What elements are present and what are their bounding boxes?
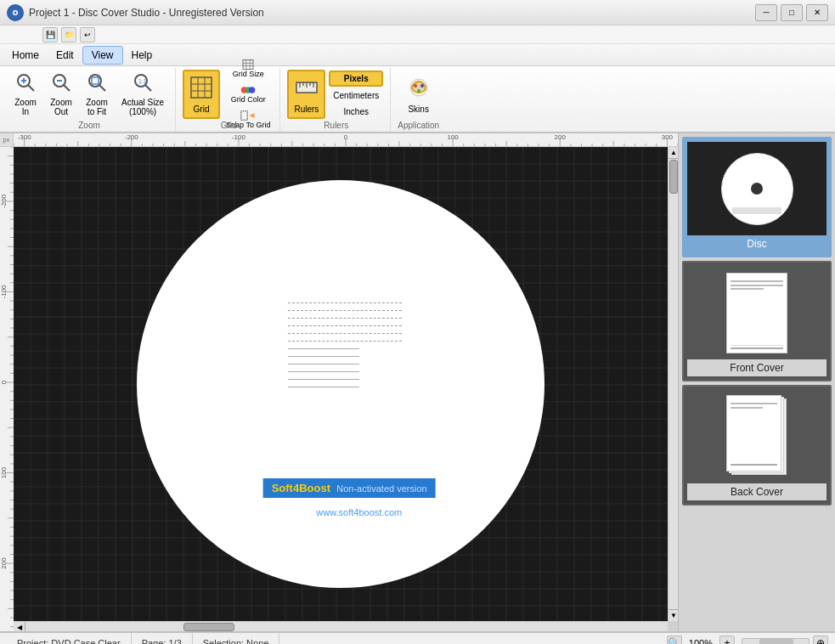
zoom-fit-icon	[87, 72, 107, 96]
ruler-vertical	[0, 133, 14, 631]
svg-line-11	[99, 85, 105, 91]
skins-label: Skins	[408, 105, 428, 114]
watermark-url: www.soft4boost.com	[313, 506, 405, 518]
centimeters-button[interactable]: Centimeters	[329, 88, 383, 103]
zoom-level: 100%	[685, 638, 716, 644]
grid-label: Grid	[194, 105, 210, 114]
panel-front-cover-item[interactable]: Front Cover	[682, 261, 832, 381]
ribbon-group-zoom: ZoomIn ZoomOut	[3, 68, 176, 132]
zoom-out-button[interactable]: ZoomOut	[44, 70, 78, 119]
grid-size-button[interactable]: Grid Size	[222, 57, 274, 81]
watermark-text: Non-activated version	[336, 483, 426, 494]
scrollbar-horizontal[interactable]: ◀	[14, 621, 668, 631]
inches-button[interactable]: Inches	[329, 105, 383, 119]
zoom-fit-label: Zoomto Fit	[86, 98, 108, 116]
panel-disc-item[interactable]: Disc	[682, 137, 832, 257]
maximize-button[interactable]: □	[781, 4, 803, 21]
menu-home[interactable]: Home	[3, 47, 48, 64]
zoom-slider-thumb[interactable]	[759, 639, 793, 644]
disc-label: Disc	[687, 235, 827, 252]
window-title: Project 1 - Disc Cover Studio - Unregist…	[29, 7, 264, 19]
scrollbar-v-down[interactable]: ▼	[669, 609, 678, 621]
main-area: px	[0, 133, 835, 631]
zoom-out-status-button[interactable]: 🔍	[667, 636, 682, 644]
zoom-in-button[interactable]: ZoomIn	[8, 70, 42, 119]
actual-size-label: Actual Size(100%)	[121, 98, 164, 116]
disc-thumbnail	[687, 142, 827, 235]
quick-access-toolbar: 💾 📁 ↩	[0, 25, 835, 44]
grid-button[interactable]: Grid	[183, 70, 220, 119]
back-cover-thumbnail	[687, 390, 827, 483]
ribbon-group-skins: Skins Application	[392, 68, 444, 132]
svg-rect-16	[191, 77, 212, 98]
scrollbar-v-thumb[interactable]	[669, 160, 678, 194]
scrollbar-h-thumb[interactable]	[183, 623, 234, 631]
zoom-to-fit-button[interactable]: Zoomto Fit	[80, 70, 114, 119]
zoom-slider[interactable]	[742, 638, 810, 644]
skins-group-label: Application	[398, 121, 439, 132]
front-cover-thumbnail	[687, 266, 827, 359]
zoom-group-label: Zoom	[78, 121, 100, 132]
ribbon-group-grid: Grid Grid Size	[178, 68, 280, 132]
close-button[interactable]: ✕	[806, 4, 828, 21]
svg-rect-12	[92, 77, 99, 84]
brand-4: 4	[293, 482, 299, 494]
save-button[interactable]: 💾	[42, 27, 58, 42]
canvas-area[interactable]: px	[0, 133, 678, 631]
scrollbar-h-left[interactable]: ◀	[14, 622, 25, 631]
watermark: Soft4Boost Non-activated version	[263, 478, 436, 498]
svg-rect-21	[243, 60, 253, 70]
front-cover-thumb	[726, 273, 787, 353]
svg-point-37	[414, 84, 417, 88]
disc-thumb-circle	[721, 153, 793, 225]
scrollbar-v-up[interactable]: ▲	[669, 147, 678, 159]
statusbar: Project: DVD Case Clear Page: 1/3 Select…	[0, 631, 835, 644]
pixels-label: Pixels	[344, 74, 369, 83]
menu-help[interactable]: Help	[123, 47, 161, 64]
panel-back-cover-item[interactable]: Back Cover	[682, 385, 832, 506]
disc-circle: Soft4Boost Non-activated version www.sof…	[137, 180, 544, 588]
ruler-v-canvas	[0, 133, 14, 631]
scrollbar-corner	[668, 621, 678, 631]
grid-size-label: Grid Size	[233, 70, 264, 78]
pixels-button[interactable]: Pixels	[329, 71, 383, 87]
scrollbar-vertical[interactable]: ▲ ▼	[668, 147, 678, 621]
menu-edit[interactable]: Edit	[48, 47, 82, 64]
status-selection: Selection: None	[193, 633, 280, 644]
zoom-in-icon	[15, 72, 36, 96]
brand-soft: Soft	[272, 482, 293, 494]
svg-rect-29	[241, 111, 248, 121]
back-cover-page1	[726, 395, 781, 472]
disc-content	[288, 302, 431, 486]
svg-point-38	[420, 84, 424, 88]
zoom-in-status-button[interactable]: +	[719, 636, 735, 644]
grid-color-button[interactable]: Grid Color	[222, 82, 274, 106]
skins-button[interactable]: Skins	[401, 70, 437, 119]
svg-point-39	[417, 89, 420, 93]
disc-thumb-hole	[751, 183, 763, 195]
minimize-button[interactable]: ─	[755, 4, 777, 21]
zoom-reset-button[interactable]: ⊕	[813, 636, 828, 644]
rulers-group-label: Rulers	[324, 121, 348, 132]
rulers-label: Rulers	[294, 105, 319, 114]
undo-button[interactable]: ↩	[80, 27, 95, 42]
svg-line-4	[28, 85, 34, 91]
zoom-control: 🔍 100% + ⊕	[667, 636, 828, 644]
grid-color-label: Grid Color	[231, 95, 266, 104]
grid-group-label: Grid	[221, 121, 237, 132]
back-cover-label: Back Cover	[687, 483, 827, 500]
status-page: Page: 1/3	[132, 633, 193, 644]
svg-line-14	[145, 85, 151, 91]
actual-size-button[interactable]: 1:1 Actual Size(100%)	[116, 70, 170, 119]
window-controls: ─ □ ✕	[755, 4, 828, 21]
ruler-corner: px	[0, 133, 14, 147]
svg-point-10	[89, 75, 101, 87]
svg-point-28	[249, 87, 256, 93]
rulers-button[interactable]: Rulers	[287, 70, 325, 119]
menu-view[interactable]: View	[82, 46, 123, 65]
canvas-content[interactable]: Soft4Boost Non-activated version www.sof…	[14, 147, 668, 621]
grid-icon	[189, 76, 213, 103]
open-button[interactable]: 📁	[61, 27, 76, 42]
zoom-out-label: ZoomOut	[50, 98, 72, 116]
status-project: Project: DVD Case Clear	[7, 633, 132, 644]
